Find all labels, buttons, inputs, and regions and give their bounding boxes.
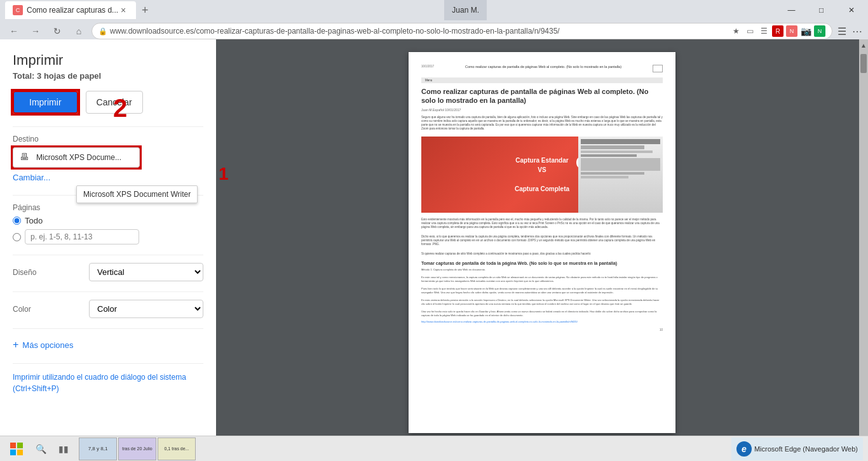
url-text: www.downloadsource.es/como-realizar-capt… [110,27,730,36]
back-btn[interactable]: ← [5,22,23,40]
pages-custom-input[interactable] [25,229,139,244]
taskbar: 🔍 ▮▮ 7,8 y 8,1 tras de 20 Julio 0,1 tras… [0,436,868,461]
preview-body-text: Esto evidentemente mostrará más informac… [421,218,663,230]
destination-label: Destino [13,135,203,144]
cast-icon[interactable]: ▭ [744,25,756,37]
preview-image-text: Captura EstandarVSCaptura Completa [515,156,569,194]
cancel-button[interactable]: Cancelar [86,91,143,114]
taskbar-edge-item[interactable]: e Microsoft Edge (Navegador Web) [731,438,863,460]
pages-all-radio[interactable] [13,217,21,225]
color-select[interactable]: Color [89,300,203,318]
print-preview-area: 10/1/2017 Como realizar capturas de pant… [216,39,868,461]
layout-label: Diseño [13,268,36,277]
reload-btn[interactable]: ↻ [48,22,66,40]
pages-section: Páginas Todo [13,203,203,244]
preview-body-text-3: Si quieres realizar capturas de sitio We… [421,252,663,256]
color-section: Color Color [13,300,203,318]
print-button[interactable]: Imprimir [13,91,78,114]
extension-icon-2[interactable]: N [786,25,797,37]
search-icon-taskbar[interactable]: 🔍 [31,439,51,459]
address-bar[interactable]: 🔒 www.downloadsource.es/como-realizar-ca… [92,23,832,39]
home-btn[interactable]: ⌂ [70,22,88,40]
preview-small-text: Método 1: Captura completa de sitio Web … [421,268,663,317]
scroll-thumb[interactable] [860,54,867,73]
pages-custom-option[interactable] [13,229,203,244]
preview-intro-text: Seguro que alguna vez ha tomado una capt… [421,116,663,131]
pages-custom-radio[interactable] [13,233,21,241]
browser-tab[interactable]: C Como realizar capturas d... × [5,1,136,19]
extension-icon-3[interactable]: 📷 [800,25,811,37]
layout-section: Diseño Vertical [13,263,203,281]
edge-icon: e [736,441,752,457]
hub-icon[interactable]: ☰ [836,25,848,37]
pages-label: Páginas [13,203,203,212]
destination-select[interactable]: 🖶 Microsoft XPS Docume... [13,147,140,168]
svg-rect-2 [10,450,16,455]
destination-tooltip: Microsoft XPS Document Writer [76,185,198,203]
preview-header: 10/1/2017 Como realizar capturas de pant… [421,65,663,72]
taskbar-thumb-1[interactable]: 7,8 y 8,1 [79,438,117,460]
close-btn[interactable]: ✕ [837,0,865,20]
plus-icon: + [13,339,18,351]
print-panel: Imprimir Total: 3 hojas de papel 2 Impri… [0,39,216,461]
svg-rect-0 [10,443,16,448]
maximize-btn[interactable]: □ [807,0,836,20]
edge-label: Microsoft Edge (Navegador Web) [754,445,858,453]
preview-comparison-image: O Captura EstandarVSCaptura Completa [421,137,663,213]
layout-select[interactable]: Vertical [89,263,203,281]
svg-rect-3 [17,450,23,455]
taskbar-thumb-2[interactable]: tras de 20 Julio [118,438,156,460]
extension-icon-4[interactable]: N [814,25,825,37]
preview-article-title: Como realizar capturas de pantalla de pá… [421,87,663,105]
change-destination-btn[interactable]: Cambiar... [13,170,50,185]
task-view-icon[interactable]: ▮▮ [53,439,74,459]
forward-btn[interactable]: → [27,22,44,40]
preview-body-text-2: Dicho esto, si lo que queremos es realiz… [421,235,663,247]
scrollbar[interactable]: ▲ ▼ [859,39,868,461]
svg-rect-1 [17,443,23,448]
taskbar-right: e Microsoft Edge (Navegador Web) [731,438,863,460]
print-total: Total: 3 hojas de papel [13,71,203,81]
new-tab-btn[interactable]: + [136,1,154,19]
tab-favicon: C [13,5,23,15]
settings-icon[interactable]: ⋯ [851,25,863,37]
bookmark-star-icon[interactable]: ★ [730,25,742,37]
preview-page-number: 10 [421,328,663,331]
taskbar-thumb-3[interactable]: 0,1 tras de... [158,438,196,460]
pages-all-option[interactable]: Todo [13,216,203,225]
print-button-row: Imprimir Cancelar [13,91,203,114]
destination-section: Destino 🖶 Microsoft XPS Docume... Cambia… [13,135,203,185]
preview-bottom-url: http://www.downloadsource.es/como-realiz… [421,320,663,323]
printer-icon: 🖶 [20,152,31,163]
tab-title: Como realizar capturas d... [27,6,118,15]
start-button[interactable] [5,438,28,460]
tab-close-btn[interactable]: × [118,4,128,17]
system-dialog-link[interactable]: Imprimir utilizando el cuadro de diálogo… [13,371,203,394]
color-label: Color [13,305,31,314]
minimize-btn[interactable]: — [777,0,806,20]
preview-author: Juan M.Español 10/01/2017 [421,108,663,112]
preview-section-title: Tomar capturas de pantalla de toda la pá… [421,261,663,265]
destination-name: Microsoft XPS Docume... [36,153,133,162]
pages-all-label: Todo [25,216,43,225]
extension-icon-1[interactable]: R [772,25,783,37]
scroll-up-btn[interactable]: ▲ [860,42,867,49]
more-options-btn[interactable]: + Más opciones [13,337,74,353]
preview-menu-bar: Menu [421,77,663,83]
preview-page: 10/1/2017 Como realizar capturas de pant… [409,52,675,433]
print-title: Imprimir [13,52,203,69]
read-mode-icon[interactable]: ☰ [758,25,770,37]
user-name: Juan M. [444,0,487,20]
